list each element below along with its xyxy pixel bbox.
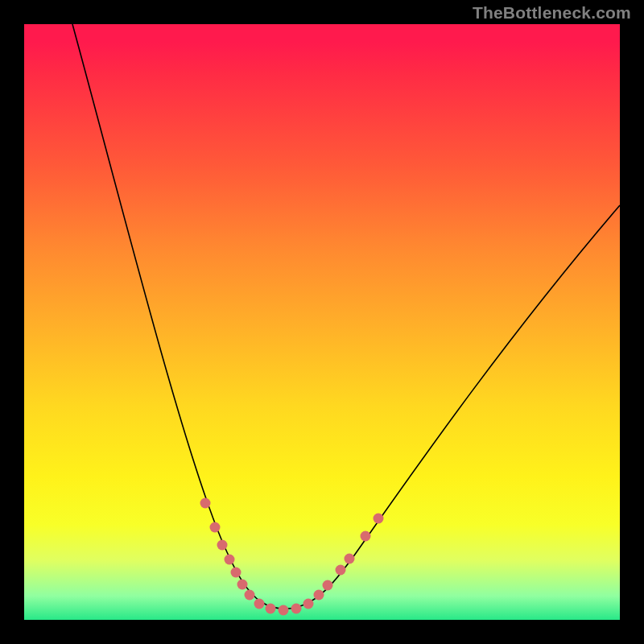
curve-marker — [303, 599, 314, 609]
curve-marker — [279, 605, 289, 616]
curve-marker — [245, 590, 255, 601]
marker-group — [200, 498, 384, 616]
main-curve — [72, 24, 620, 609]
curve-marker — [266, 604, 276, 614]
curve-marker — [291, 604, 302, 614]
curve-marker — [200, 498, 211, 509]
curve-marker — [374, 514, 384, 524]
curve-marker — [361, 531, 371, 542]
curve-marker — [336, 565, 346, 576]
curve-marker — [254, 599, 265, 609]
curve-marker — [210, 522, 221, 533]
curve-marker — [314, 590, 324, 601]
plot-area — [24, 24, 620, 620]
curve-marker — [237, 580, 248, 590]
curve-marker — [323, 580, 333, 591]
curve-marker — [225, 555, 235, 565]
curve-marker — [217, 540, 228, 551]
curve-marker — [231, 568, 242, 578]
watermark-text: TheBottleneck.com — [473, 3, 631, 23]
curve-svg — [24, 24, 620, 620]
curve-marker — [345, 554, 355, 564]
